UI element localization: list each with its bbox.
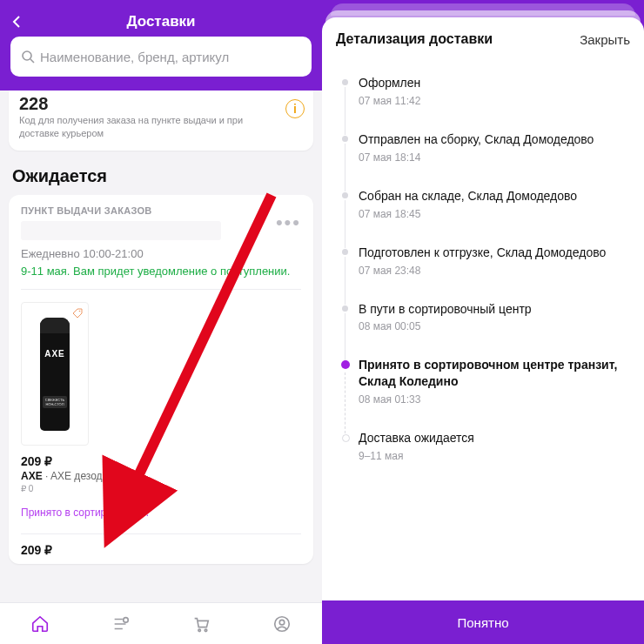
refund-amount: ₽ 0 [21,484,301,493]
tab-search-icon[interactable] [111,614,131,634]
svg-point-4 [198,629,201,632]
tab-cart-icon[interactable] [191,614,211,634]
event-title: В пути в сортировочный центр [359,301,630,318]
info-icon[interactable]: i [285,99,305,118]
delivery-detail-modal: Детализация доставки Закрыть Оформлен07 … [322,0,644,644]
pickup-label: ПУНКТ ВЫДАЧИ ЗАКАЗОВ [21,205,221,216]
timeline-event: Подготовлен к отгрузке, Склад Домодедово… [339,245,630,301]
svg-point-0 [23,51,31,60]
modal-title: Детализация доставки [336,31,493,47]
tab-profile-icon[interactable] [272,614,292,634]
delivery-timeline: Оформлен07 мая 11:42Отправлен на сборку,… [339,75,630,486]
event-title: Собран на складе, Склад Домодедово [359,188,630,205]
timeline-event: Отправлен на сборку, Склад Домодедово07 … [339,131,630,188]
pickup-address [21,221,221,240]
product-can: AXE СВЕЖЕСТЬ НОН-СТОП [40,318,70,431]
product-status[interactable]: Принято в сортировочно... [21,506,301,534]
svg-point-1 [79,311,81,312]
close-button[interactable]: Закрыть [580,32,630,47]
modal-sheet: Детализация доставки Закрыть Оформлен07 … [322,17,644,644]
product-price: 209 ₽ [21,454,301,468]
pickup-schedule: Ежедневно 10:00-21:00 [21,247,301,260]
event-time: 07 мая 18:14 [359,151,630,164]
product-item[interactable]: AXE СВЕЖЕСТЬ НОН-СТОП 209 ₽ AXE · AXE де… [21,302,301,557]
page-title: Доставки [10,13,312,30]
event-time: 9–11 мая [359,450,630,462]
thumb-brand: AXE [40,349,70,359]
tab-home-icon[interactable] [30,614,50,634]
svg-point-7 [279,620,285,625]
timeline-event: Собран на складе, Склад Домодедово07 мая… [339,188,630,245]
pickup-eta: 9-11 мая. Вам придет уведомление о посту… [21,264,301,291]
timeline-event: Принято в сортировочном центре транзит, … [339,357,630,430]
order-sum: 209 ₽ [21,543,301,557]
thumb-mid: СВЕЖЕСТЬ НОН-СТОП [43,396,67,408]
event-time: 07 мая 11:42 [359,95,630,107]
timeline-event: Оформлен07 мая 11:42 [339,75,630,131]
event-title: Принято в сортировочном центре транзит, … [359,357,630,390]
discount-icon [72,308,84,320]
pickup-code-card: 228 Код для получения заказа на пункте в… [9,91,313,151]
search-input[interactable] [40,50,301,64]
order-card[interactable]: ПУНКТ ВЫДАЧИ ЗАКАЗОВ ••• Ежедневно 10:00… [9,195,313,565]
header: Доставки [0,0,322,91]
svg-point-3 [124,617,129,622]
event-time: 08 мая 00:05 [359,320,630,332]
event-title: Отправлен на сборку, Склад Домодедово [359,131,630,148]
pickup-code: 228 [19,94,278,114]
product-thumb[interactable]: AXE СВЕЖЕСТЬ НОН-СТОП [21,302,89,446]
event-time: 07 мая 23:48 [359,265,630,277]
svg-point-5 [205,629,207,632]
event-title: Оформлен [359,75,630,91]
product-title: AXE · AXE дезод.. [21,470,301,482]
pickup-code-desc: Код для получения заказа на пункте выдач… [19,114,278,140]
search-icon [21,50,35,64]
event-time: 08 мая 01:33 [359,393,630,406]
section-expected: Ожидается [0,151,322,195]
event-time: 07 мая 18:45 [359,208,630,220]
event-title: Доставка ожидается [359,430,630,446]
tab-bar [0,602,322,644]
deliveries-screen: Доставки 228 Код для получения заказа на… [0,0,322,644]
timeline-event: Доставка ожидается9–11 мая [339,430,630,486]
ok-button[interactable]: Понятно [322,600,644,644]
more-icon[interactable]: ••• [276,211,301,234]
event-title: Подготовлен к отгрузке, Склад Домодедово [359,245,630,261]
timeline-event: В пути в сортировочный центр08 мая 00:05 [339,301,630,358]
search-field[interactable] [10,37,312,77]
